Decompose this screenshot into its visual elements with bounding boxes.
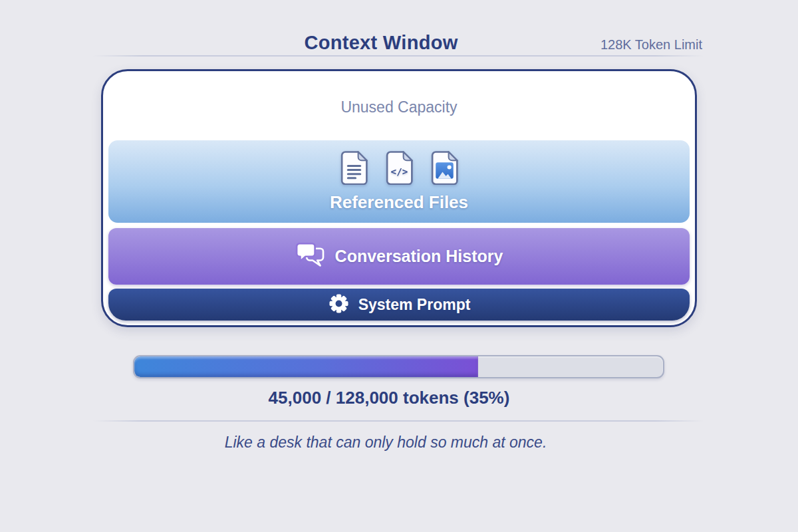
token-usage-fill bbox=[134, 356, 478, 377]
footer-divider bbox=[93, 420, 704, 422]
token-usage-bar bbox=[133, 355, 664, 378]
analogy-caption: Like a desk that can only hold so much a… bbox=[0, 434, 771, 452]
section-label-referenced-files: Referenced Files bbox=[330, 192, 468, 213]
section-label-conversation-history: Conversation History bbox=[335, 247, 503, 266]
token-usage-label: 45,000 / 128,000 tokens (35%) bbox=[0, 388, 778, 408]
unused-capacity-label: Unused Capacity bbox=[103, 98, 695, 116]
token-limit-label: 128K Token Limit bbox=[600, 37, 702, 53]
document-file-icon bbox=[340, 151, 368, 188]
chat-bubbles-icon bbox=[295, 242, 325, 271]
header-divider bbox=[93, 55, 704, 57]
context-window-card: Unused Capacity bbox=[101, 69, 697, 327]
section-system-prompt: System Prompt bbox=[108, 289, 690, 321]
section-referenced-files: </> Referenced Files bbox=[108, 140, 690, 223]
svg-text:</>: </> bbox=[390, 166, 408, 176]
file-icons-row: </> bbox=[340, 151, 458, 188]
gear-icon bbox=[328, 293, 350, 317]
code-file-icon: </> bbox=[386, 151, 413, 188]
section-conversation-history: Conversation History bbox=[108, 228, 690, 285]
section-label-system-prompt: System Prompt bbox=[358, 296, 471, 314]
image-file-icon bbox=[431, 151, 458, 188]
